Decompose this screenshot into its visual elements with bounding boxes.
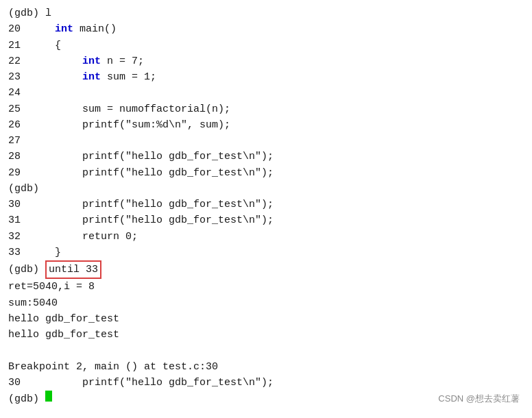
gdb-prompt-1: (gdb) l	[8, 5, 51, 21]
code-text: }	[55, 245, 61, 260]
output-hello-2: hello gdb_for_test	[8, 327, 524, 343]
code-text: printf("hello gdb_for_test\n");	[82, 212, 274, 228]
output-text-ret: ret=5040,i = 8	[8, 279, 95, 295]
code-line-20: 20 int main()	[8, 21, 524, 37]
output-text-sum: sum:5040	[8, 295, 58, 311]
code-line-29: 29 printf("hello gdb_for_test\n");	[8, 165, 524, 181]
output-sum: sum:5040	[8, 295, 524, 311]
code-line-22: 22 int n = 7;	[8, 53, 524, 69]
code-line-23: 23 int sum = 1;	[8, 69, 524, 85]
gdb-prompt-final: (gdb)	[8, 391, 45, 407]
watermark: CSDN @想去卖红薯	[438, 392, 520, 406]
line-number: 22	[8, 53, 27, 69]
code-text: printf("sum:%d\n", sum);	[82, 117, 230, 133]
code-text: printf("hello gdb_for_test\n");	[82, 149, 274, 164]
code-line-31: 31 printf("hello gdb_for_test\n");	[8, 212, 524, 228]
line-number: 21	[8, 38, 27, 53]
line-number: 20	[8, 21, 27, 37]
line-number: 31	[8, 212, 27, 228]
gdb-prompt-until: (gdb)	[8, 262, 45, 278]
breakpoint-text: Breakpoint 2, main () at test.c:30	[8, 359, 218, 375]
code-text: sum = numoffactorial(n);	[82, 101, 230, 117]
line-number: 23	[8, 69, 27, 85]
line-number: 25	[8, 101, 27, 117]
code-text: printf("hello gdb_for_test\n");	[82, 197, 274, 212]
line-number: 32	[8, 229, 27, 245]
code-line-28: 28 printf("hello gdb_for_test\n");	[8, 149, 524, 164]
code-line-26: 26 printf("sum:%d\n", sum);	[8, 117, 524, 133]
line-number: 30	[8, 197, 27, 212]
gdb-prompt-empty: (gdb)	[8, 181, 524, 197]
terminal-window: (gdb) l 20 int main() 21 { 22 int n = 7;…	[0, 0, 532, 418]
breakpoint-info: Breakpoint 2, main () at test.c:30	[8, 359, 524, 375]
code-line-30b: 30 printf("hello gdb_for_test\n");	[8, 375, 524, 391]
output-text-hello2: hello gdb_for_test	[8, 327, 119, 343]
code-line-25: 25 sum = numoffactorial(n);	[8, 101, 524, 117]
watermark-text: CSDN @想去卖红薯	[438, 393, 520, 404]
blank-line	[8, 343, 524, 358]
gdb-until-command: (gdb) until 33	[8, 260, 524, 279]
keyword-int: int	[55, 21, 73, 37]
code-text: sum = 1;	[101, 69, 156, 85]
output-hello-1: hello gdb_for_test	[8, 311, 524, 327]
code-line-32: 32 return 0;	[8, 229, 524, 245]
blank-text	[8, 343, 14, 358]
code-text: {	[55, 38, 61, 53]
until-command-highlighted: until 33	[45, 260, 101, 279]
code-text: printf("hello gdb_for_test\n");	[82, 165, 274, 181]
output-ret: ret=5040,i = 8	[8, 279, 524, 295]
line-number: 33	[8, 245, 27, 260]
gdb-list-command: (gdb) l	[8, 5, 524, 21]
line-number: 28	[8, 149, 27, 164]
line-number: 27	[8, 133, 27, 149]
line-number: 29	[8, 165, 27, 181]
keyword-int: int	[82, 53, 101, 69]
code-line-24: 24	[8, 85, 524, 101]
code-line-27: 27	[8, 133, 524, 149]
code-line-33: 33 }	[8, 245, 524, 260]
code-text: n = 7;	[101, 53, 144, 69]
code-text: printf("hello gdb_for_test\n");	[82, 375, 274, 391]
line-number: 26	[8, 117, 27, 133]
line-number: 24	[8, 85, 27, 101]
keyword-int: int	[82, 69, 101, 85]
green-cursor	[45, 391, 52, 402]
code-text: main()	[73, 21, 117, 37]
code-line-30: 30 printf("hello gdb_for_test\n");	[8, 197, 524, 212]
output-text-hello1: hello gdb_for_test	[8, 311, 119, 327]
code-text: return 0;	[82, 229, 138, 245]
gdb-prompt-text: (gdb)	[8, 181, 39, 197]
code-line-21: 21 {	[8, 38, 524, 53]
line-number: 30	[8, 375, 27, 391]
